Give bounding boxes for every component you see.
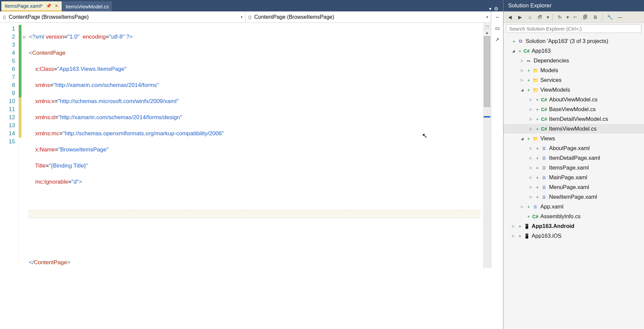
caret-marker (484, 116, 490, 117)
member-dropdown[interactable]: ⟨⟩ContentPage (BrowseItemsPage) ▾ (246, 11, 491, 22)
properties-icon[interactable]: 🗎 (591, 13, 600, 21)
chevron-down-icon: ▾ (241, 15, 243, 19)
more-icon[interactable]: — (615, 13, 624, 21)
file-aboutviewmodel[interactable]: +C#AboutViewModel.cs (503, 95, 644, 104)
project-node-ios[interactable]: +📱App163.iOS (503, 231, 644, 241)
exchange-icon[interactable]: ↔ (495, 14, 500, 20)
separator (602, 14, 603, 20)
folder-models[interactable]: +📁Models (503, 65, 644, 75)
popout-icon[interactable]: ↗ (495, 37, 499, 43)
tab-label: ItemsPage.xaml* (5, 3, 43, 9)
expand-icon[interactable]: ▭ (495, 25, 500, 31)
line-numbers: 123456789101112131415 (0, 23, 19, 268)
search-input[interactable] (506, 24, 641, 33)
document-tabs: ItemsPage.xaml* 📌 ✕ ItemsViewModel.cs ▾ … (0, 0, 503, 11)
file-itemdetailviewmodel[interactable]: +C#ItemDetailViewModel.cs (503, 114, 644, 124)
file-baseviewmodel[interactable]: +C#BaseViewModel.cs (503, 104, 644, 114)
solution-tree[interactable]: +⧉Solution 'App163' (3 of 3 projects) +C… (503, 34, 644, 329)
editor-side-buttons: ↔ ▭ ↗ (491, 11, 503, 268)
code-content[interactable]: <?xml version="1.0" encoding="utf-8" ?> … (26, 23, 483, 268)
solution-explorer: Solution Explorer ◀ ▶ ⌂ 🗗 ▾ ↻ ▾ ⤺ 🗐 🗎 🔧 … (503, 0, 644, 329)
wrench-icon[interactable]: 🔧 (605, 13, 614, 21)
file-assemblyinfo[interactable]: +C#AssemblyInfo.cs (503, 211, 644, 221)
fold-toggle-icon[interactable]: ⊟ (21, 33, 26, 41)
switch-view-icon[interactable]: 🗗 (536, 13, 544, 21)
tab-itemspage-xaml[interactable]: ItemsPage.xaml* 📌 ✕ (1, 1, 62, 11)
project-node-app163[interactable]: +C#App163 (503, 46, 644, 56)
gear-icon[interactable]: ⚙ (494, 6, 498, 11)
folding-margin[interactable]: ⊟ (21, 23, 26, 268)
file-itemsviewmodel[interactable]: +C#ItemsViewModel.cs (503, 124, 644, 134)
chevron-down-icon[interactable]: ▾ (566, 13, 570, 21)
separator (552, 14, 553, 20)
dependencies-node[interactable]: ▪▪Dependencies (503, 56, 644, 65)
code-editor[interactable]: 123456789101112131415 ⊟ <?xml version="1… (0, 23, 491, 268)
folder-services[interactable]: +📁Services (503, 75, 644, 85)
tab-extras: ▾ ⚙ (489, 6, 503, 11)
file-mainpage-xaml[interactable]: +🗎MainPage.xaml (503, 173, 644, 182)
se-search (503, 23, 644, 34)
change-indicator (19, 23, 21, 268)
panel-title: Solution Explorer (503, 0, 644, 11)
file-app-xaml[interactable]: +🗎App.xaml (503, 202, 644, 211)
tab-dropdown-icon[interactable]: ▾ (489, 6, 491, 11)
scroll-up-icon[interactable]: ▲ (483, 29, 491, 36)
code-icon: ⟨⟩ (248, 15, 252, 20)
vertical-scrollbar[interactable]: ▭ ▲ (483, 23, 491, 268)
chevron-down-icon[interactable]: ▾ (546, 13, 550, 21)
home-icon[interactable]: ⌂ (526, 13, 534, 21)
nav-forward-icon[interactable]: ▶ (516, 13, 524, 21)
split-handle-icon[interactable]: ▭ (483, 23, 491, 29)
file-itemdetailpage-xaml[interactable]: +🗎ItemDetailPage.xaml (503, 153, 644, 163)
pin-icon[interactable]: 📌 (46, 3, 51, 8)
folder-views[interactable]: +📁Views (503, 134, 644, 143)
nav-back-icon[interactable]: ◀ (505, 13, 514, 21)
chevron-down-icon: ▾ (486, 15, 488, 19)
tab-label: ItemsViewModel.cs (65, 4, 109, 9)
file-menupage-xaml[interactable]: +🗎MenuPage.xaml (503, 182, 644, 192)
refresh-icon[interactable]: ↻ (555, 13, 564, 21)
scroll-thumb[interactable] (484, 36, 490, 107)
navigation-bar: ⟨⟩ContentPage (BrowseItemsPage) ▾ ⟨⟩Cont… (0, 11, 491, 23)
member-label: ContentPage (BrowseItemsPage) (254, 14, 334, 20)
file-itemspage-xaml[interactable]: +🗎ItemsPage.xaml (503, 163, 644, 173)
collapse-icon[interactable]: ⤺ (571, 13, 580, 21)
close-icon[interactable]: ✕ (55, 3, 58, 8)
code-icon: ⟨⟩ (3, 15, 6, 20)
type-dropdown[interactable]: ⟨⟩ContentPage (BrowseItemsPage) ▾ (0, 11, 246, 22)
type-label: ContentPage (BrowseItemsPage) (9, 14, 89, 20)
file-aboutpage-xaml[interactable]: +🗎AboutPage.xaml (503, 143, 644, 153)
tab-itemsviewmodel-cs[interactable]: ItemsViewModel.cs (62, 1, 112, 11)
file-newitempage-xaml[interactable]: +🗎NewItemPage.xaml (503, 192, 644, 202)
solution-node[interactable]: +⧉Solution 'App163' (3 of 3 projects) (503, 36, 644, 46)
folder-viewmodels[interactable]: +📁ViewModels (503, 85, 644, 95)
scroll-track[interactable] (483, 36, 491, 268)
show-all-icon[interactable]: 🗐 (581, 13, 590, 21)
project-node-android[interactable]: +📱App163.Android (503, 221, 644, 231)
se-toolbar: ◀ ▶ ⌂ 🗗 ▾ ↻ ▾ ⤺ 🗐 🗎 🔧 — (503, 11, 644, 23)
